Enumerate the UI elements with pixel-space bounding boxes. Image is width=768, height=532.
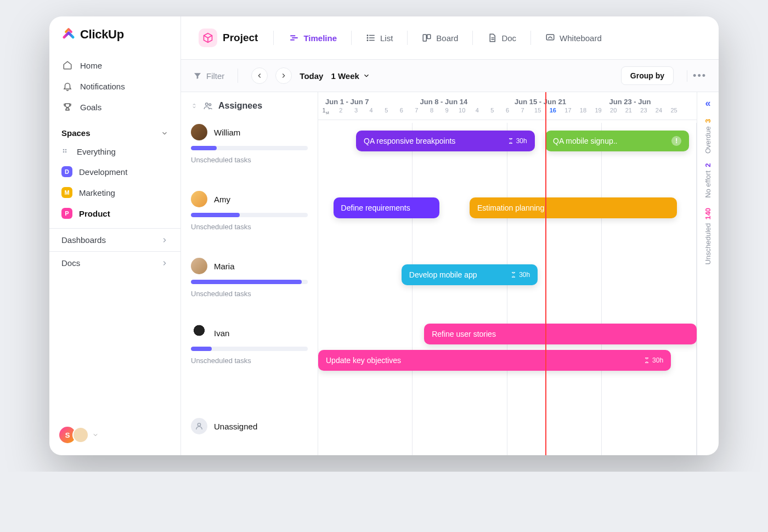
nav-label: Dashboards [61, 235, 106, 245]
day-cell: 16 [545, 107, 561, 115]
view-tab-board[interactable]: Board [416, 30, 464, 46]
range-picker[interactable]: 1 Week [331, 71, 370, 81]
space-item-product[interactable]: PProduct [49, 203, 180, 224]
stat-label: No effort [704, 171, 712, 198]
task-label: Refine user stories [432, 330, 496, 338]
app-window: ClickUp Home Notifications Goals Spaces … [49, 16, 719, 455]
nav-home[interactable]: Home [55, 55, 175, 76]
day-cell: 1st [318, 107, 334, 115]
workspace-switcher[interactable]: S [49, 422, 180, 448]
whiteboard-icon [545, 33, 555, 43]
task-bar[interactable]: Define requirements [334, 197, 439, 218]
spaces-header[interactable]: Spaces [49, 121, 180, 142]
view-label: Whiteboard [560, 33, 602, 43]
assignee-row[interactable]: William Unscheduled tasks [181, 121, 318, 188]
today-button[interactable]: Today [300, 71, 323, 81]
day-cell: 7 [515, 107, 530, 115]
user-avatar [72, 427, 89, 443]
nav-dashboards[interactable]: Dashboards [49, 228, 180, 251]
task-bar[interactable]: Develop mobile app30h [402, 264, 538, 285]
task-bar[interactable]: QA mobile signup..! [545, 131, 689, 151]
stat-count: 2 [704, 163, 712, 167]
day-cell: 3 [348, 107, 364, 115]
task-label: Define requirements [341, 203, 410, 212]
view-tab-list[interactable]: List [360, 30, 398, 46]
hours-badge: 30h [507, 137, 527, 145]
task-bar[interactable]: Update key objectives30h [318, 350, 671, 371]
separator [273, 31, 274, 45]
view-tab-doc[interactable]: Doc [482, 30, 522, 46]
svg-point-4 [367, 35, 368, 36]
svg-point-10 [206, 103, 208, 106]
svg-point-1 [65, 149, 67, 150]
timeline-row: Refine user storiesUpdate key objectives… [318, 324, 697, 417]
assignee-row[interactable]: Unassigned [181, 415, 318, 448]
brand-name: ClickUp [80, 27, 124, 42]
task-bar[interactable]: Estimation planning [470, 197, 677, 218]
board-icon [422, 33, 432, 43]
bell-icon [63, 81, 72, 91]
week-header: Jun 15 - Jun 21 [507, 92, 602, 106]
timeline-row: Develop mobile app30h [318, 257, 697, 324]
assignee-name: Ivan [214, 329, 229, 338]
day-cell: 10 [454, 107, 470, 115]
assignee-row[interactable]: Maria Unscheduled tasks [181, 254, 318, 321]
overdue-stat[interactable]: Overdue 3 [704, 119, 712, 154]
collapse-rail-button[interactable]: « [705, 98, 710, 109]
next-button[interactable] [275, 67, 292, 84]
day-cell: 19 [591, 107, 606, 115]
workload-bar [191, 146, 308, 150]
day-cell: 6 [394, 107, 409, 115]
view-tab-timeline[interactable]: Timeline [284, 30, 342, 46]
today-marker [545, 92, 546, 455]
timeline-row [318, 417, 697, 450]
toolbar: Filter Today 1 Week Group by ••• [181, 60, 719, 92]
day-cell: 21 [621, 107, 636, 115]
assignee-row[interactable]: Ivan Unscheduled tasks [181, 321, 318, 415]
space-everything[interactable]: Everything [49, 142, 180, 161]
nav-label: Docs [61, 258, 80, 268]
chevron-down-icon [161, 129, 168, 137]
topbar: Project TimelineListBoardDocWhiteboard [181, 16, 719, 60]
day-cell: 9 [439, 107, 455, 115]
svg-point-11 [209, 104, 211, 106]
task-bar[interactable]: Refine user stories [424, 324, 697, 344]
chevron-right-icon [161, 259, 168, 267]
workload-bar [191, 213, 308, 217]
space-item-marketing[interactable]: MMarketing [49, 182, 180, 203]
day-cell: 5 [379, 107, 394, 115]
svg-rect-8 [427, 35, 431, 39]
task-label: Estimation planning [477, 203, 544, 212]
timeline-row: Define requirementsEstimation planning [318, 190, 697, 257]
grid-dots-icon [61, 148, 70, 156]
task-bar[interactable]: QA responsive breakpoints30h [356, 131, 535, 151]
unscheduled-label: Unscheduled tasks [191, 223, 308, 231]
day-cell: 24 [651, 107, 667, 115]
assignee-avatar [191, 258, 207, 274]
nav-notifications[interactable]: Notifications [55, 76, 175, 97]
noeffort-stat[interactable]: No effort 2 [704, 163, 712, 198]
view-tab-whiteboard[interactable]: Whiteboard [540, 30, 607, 46]
filter-button[interactable]: Filter [193, 71, 224, 81]
assignee-row[interactable]: Amy Unscheduled tasks [181, 188, 318, 254]
project-chip[interactable]: Project [193, 25, 263, 50]
groupby-button[interactable]: Group by [621, 66, 674, 85]
stat-label: Unscheduled [704, 223, 712, 265]
nav-docs[interactable]: Docs [49, 251, 180, 274]
space-label: Everything [77, 147, 116, 156]
timeline[interactable]: Jun 1 - Jun 7Jun 8 - Jun 14Jun 15 - Jun … [318, 92, 697, 455]
day-cell: 2 [334, 107, 349, 115]
assignee-avatar [191, 191, 207, 207]
timeline-header: Jun 1 - Jun 7Jun 8 - Jun 14Jun 15 - Jun … [318, 92, 697, 120]
stat-label: Overdue [704, 126, 712, 154]
spaces-title: Spaces [61, 128, 91, 138]
more-menu[interactable]: ••• [687, 70, 707, 82]
logo-icon [61, 27, 76, 42]
view-label: Doc [501, 33, 516, 43]
space-item-development[interactable]: DDevelopment [49, 161, 180, 182]
assignees-panel: Assignees William Unscheduled tasksAmy U… [181, 92, 318, 455]
prev-button[interactable] [251, 67, 268, 84]
assignees-header[interactable]: Assignees [181, 92, 318, 121]
unscheduled-stat[interactable]: Unscheduled 140 [704, 208, 712, 265]
nav-goals[interactable]: Goals [55, 97, 175, 117]
